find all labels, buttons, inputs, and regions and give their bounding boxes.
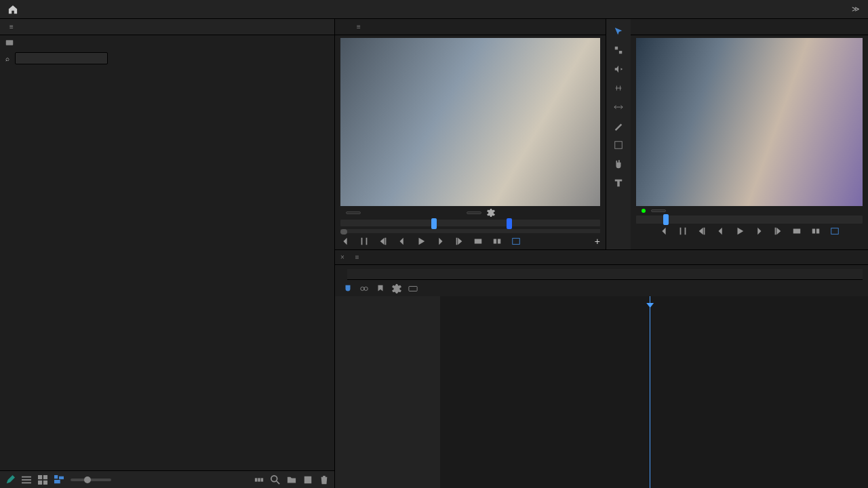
bin-search-input[interactable] xyxy=(15,52,108,64)
svg-point-26 xyxy=(361,287,364,290)
panel-menu-icon[interactable]: ≡ xyxy=(9,23,14,30)
workspace-overflow-button[interactable]: ≫ xyxy=(852,5,860,14)
export-frame-icon[interactable] xyxy=(830,226,840,236)
new-item-icon[interactable] xyxy=(303,475,313,485)
source-full-select[interactable] xyxy=(467,211,481,214)
svg-rect-21 xyxy=(615,142,623,149)
hand-tool-icon[interactable] xyxy=(612,157,625,171)
mark-out-icon[interactable] xyxy=(678,226,688,236)
svg-rect-25 xyxy=(831,228,839,235)
step-back-icon[interactable] xyxy=(716,226,726,236)
svg-rect-22 xyxy=(793,229,801,234)
go-in-icon[interactable] xyxy=(378,237,388,246)
pen-tool-icon[interactable] xyxy=(612,119,625,133)
gpu-indicator-icon xyxy=(642,209,646,213)
svg-line-15 xyxy=(277,481,279,483)
snap-icon[interactable] xyxy=(343,284,353,293)
go-out-icon[interactable] xyxy=(454,237,464,246)
step-fwd-icon[interactable] xyxy=(754,226,764,236)
freeform-view-icon[interactable] xyxy=(54,475,64,485)
program-viewer[interactable] xyxy=(636,38,863,206)
find-icon[interactable] xyxy=(271,475,280,485)
svg-rect-23 xyxy=(812,229,815,234)
timeline-ruler[interactable] xyxy=(347,269,863,280)
new-bin-icon[interactable] xyxy=(287,475,296,485)
mark-out-icon[interactable] xyxy=(359,237,369,246)
play-icon[interactable] xyxy=(735,226,745,236)
source-fit-select[interactable] xyxy=(346,211,361,214)
bin-content-area[interactable] xyxy=(0,66,334,470)
mark-in-icon[interactable] xyxy=(659,226,669,236)
timeline-content[interactable] xyxy=(440,296,868,488)
timeline-panel: × ≡ xyxy=(335,249,868,488)
linked-selection-icon[interactable] xyxy=(359,284,369,293)
marker-icon[interactable] xyxy=(376,284,385,293)
svg-rect-2 xyxy=(22,479,31,481)
extract-icon[interactable] xyxy=(811,226,821,236)
track-headers xyxy=(335,296,440,488)
tools-panel xyxy=(606,19,631,249)
insert-icon[interactable] xyxy=(473,237,483,246)
selection-tool-icon[interactable] xyxy=(612,24,625,38)
pen-icon[interactable] xyxy=(5,475,15,485)
ripple-tool-icon[interactable] xyxy=(612,62,625,76)
svg-rect-7 xyxy=(43,480,47,484)
svg-point-27 xyxy=(364,287,368,290)
svg-rect-24 xyxy=(816,229,819,234)
settings-icon[interactable] xyxy=(487,209,495,217)
svg-rect-11 xyxy=(255,478,258,481)
type-tool-icon[interactable] xyxy=(612,176,625,190)
svg-rect-13 xyxy=(261,478,264,481)
cc-icon[interactable] xyxy=(408,284,418,293)
svg-rect-28 xyxy=(409,287,417,291)
bin-footer-toolbar xyxy=(0,470,334,488)
source-viewer[interactable] xyxy=(340,38,600,206)
auto-sequence-icon[interactable] xyxy=(254,475,264,485)
source-zoom-bar[interactable] xyxy=(340,229,600,233)
lift-icon[interactable] xyxy=(792,226,802,236)
step-back-icon[interactable] xyxy=(397,237,407,246)
settings-icon[interactable] xyxy=(392,284,401,293)
home-icon[interactable] xyxy=(8,5,18,14)
bin-breadcrumb[interactable] xyxy=(0,35,334,50)
razor-tool-icon[interactable] xyxy=(612,81,625,95)
list-view-icon[interactable] xyxy=(22,475,31,485)
go-out-icon[interactable] xyxy=(773,226,783,236)
icon-view-icon[interactable] xyxy=(38,475,47,485)
svg-rect-12 xyxy=(258,478,260,481)
program-fit-select[interactable] xyxy=(651,209,666,212)
slip-tool-icon[interactable] xyxy=(612,100,625,114)
svg-rect-20 xyxy=(513,239,520,245)
bin-icon xyxy=(5,39,14,47)
svg-rect-9 xyxy=(59,476,64,479)
play-icon[interactable] xyxy=(416,237,426,246)
svg-rect-17 xyxy=(475,239,482,244)
export-frame-icon[interactable] xyxy=(511,237,521,246)
program-transport xyxy=(636,226,863,236)
rect-tool-icon[interactable] xyxy=(612,138,625,152)
svg-rect-19 xyxy=(498,239,500,244)
mark-in-icon[interactable] xyxy=(340,237,350,246)
panel-menu-icon[interactable]: ≡ xyxy=(357,23,361,30)
svg-rect-3 xyxy=(22,482,31,483)
svg-rect-10 xyxy=(54,480,60,483)
svg-rect-16 xyxy=(304,476,312,483)
track-select-tool-icon[interactable] xyxy=(612,43,625,57)
step-fwd-icon[interactable] xyxy=(435,237,445,246)
source-transport: + xyxy=(340,236,600,247)
program-scrubber[interactable] xyxy=(636,216,863,224)
svg-point-14 xyxy=(271,475,277,481)
overwrite-icon[interactable] xyxy=(492,237,502,246)
source-scrubber[interactable] xyxy=(340,220,600,226)
bin-panel: ≡ ⌕ xyxy=(0,19,335,488)
top-workspace-bar: ≫ xyxy=(0,0,868,19)
trash-icon[interactable] xyxy=(319,475,329,485)
go-in-icon[interactable] xyxy=(697,226,707,236)
svg-rect-8 xyxy=(54,475,58,479)
zoom-slider[interactable] xyxy=(71,479,111,481)
add-button-icon[interactable]: + xyxy=(595,236,600,247)
source-monitor-panel: ≡ xyxy=(335,19,606,249)
program-monitor-panel xyxy=(631,19,868,249)
panel-menu-icon[interactable]: ≡ xyxy=(355,253,359,261)
svg-rect-4 xyxy=(38,475,42,479)
